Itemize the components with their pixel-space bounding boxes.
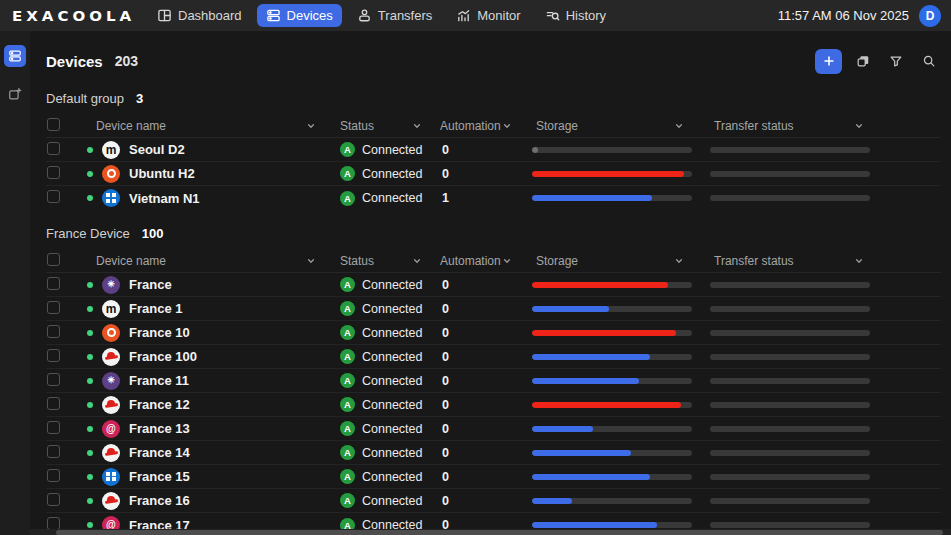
sidebar-item-add-device[interactable] — [4, 83, 26, 105]
chevron-down-icon[interactable] — [306, 121, 316, 131]
select-all-checkbox[interactable] — [47, 253, 60, 266]
storage-bar-fill — [532, 330, 676, 336]
filter-button[interactable] — [884, 49, 908, 73]
column-header-transfer-status[interactable]: Transfer status — [710, 119, 880, 133]
row-checkbox[interactable] — [47, 445, 60, 458]
automation-count: 0 — [436, 494, 532, 508]
row-checkbox[interactable] — [47, 301, 60, 314]
transfer-bar — [710, 354, 870, 360]
row-checkbox[interactable] — [47, 166, 60, 179]
topbar-right: 11:57 AM 06 Nov 2025 D — [778, 5, 941, 27]
os-icon — [102, 468, 120, 486]
table-row[interactable]: Vietnam N1 A Connected 1 — [46, 186, 941, 210]
column-header-transfer-status[interactable]: Transfer status — [710, 254, 880, 268]
table-row[interactable]: France 14 A Connected 0 — [46, 441, 941, 465]
copy-button[interactable] — [851, 49, 875, 73]
os-icon — [102, 444, 120, 462]
chevron-down-icon[interactable] — [502, 256, 512, 266]
storage-bar-fill — [532, 282, 668, 288]
plus-icon — [822, 54, 836, 68]
horizontal-scrollbar-thumb[interactable] — [56, 530, 943, 535]
table-row[interactable]: France 10 A Connected 0 — [46, 321, 941, 345]
nav-item-monitor[interactable]: Monitor — [447, 4, 529, 27]
chevron-down-icon[interactable] — [306, 256, 316, 266]
status-text: Connected — [362, 446, 422, 460]
table-row[interactable]: Ubuntu H2 A Connected 0 — [46, 162, 941, 186]
nav-item-label: Transfers — [378, 8, 432, 23]
horizontal-scrollbar-track — [30, 529, 951, 535]
automation-count: 0 — [436, 278, 532, 292]
table-row[interactable]: m Seoul D2 A Connected 0 — [46, 138, 941, 162]
table-header: Device nameStatusAutomationStorageTransf… — [46, 249, 941, 273]
row-checkbox[interactable] — [47, 325, 60, 338]
column-header-storage[interactable]: Storage — [532, 254, 710, 268]
table-row[interactable]: France 100 A Connected 0 — [46, 345, 941, 369]
row-checkbox[interactable] — [47, 277, 60, 290]
status-text: Connected — [362, 398, 422, 412]
storage-bar-fill — [532, 498, 572, 504]
row-checkbox[interactable] — [47, 373, 60, 386]
agent-status-badge: A — [340, 397, 355, 412]
chevron-down-icon[interactable] — [674, 256, 684, 266]
status-text: Connected — [362, 470, 422, 484]
column-header-status[interactable]: Status — [336, 254, 436, 268]
device-name: France 15 — [129, 469, 190, 484]
agent-status-badge: A — [340, 301, 355, 316]
chevron-down-icon[interactable] — [412, 256, 422, 266]
agent-status-badge: A — [340, 325, 355, 340]
column-header-automation[interactable]: Automation — [436, 119, 532, 133]
table-body: m Seoul D2 A Connected 0 Ubuntu H2 A Con… — [46, 138, 941, 210]
agent-status-badge: A — [340, 373, 355, 388]
select-all-checkbox[interactable] — [47, 118, 60, 131]
column-header-device-name[interactable]: Device name — [76, 254, 336, 268]
history-icon — [545, 8, 560, 23]
storage-bar-fill — [532, 354, 650, 360]
user-avatar[interactable]: D — [919, 5, 941, 27]
online-status-dot — [87, 354, 93, 360]
chevron-down-icon[interactable] — [854, 256, 864, 266]
transfer-bar — [710, 306, 870, 312]
devices-icon — [266, 8, 281, 23]
device-name: France 12 — [129, 397, 190, 412]
automation-count: 1 — [436, 191, 532, 205]
os-icon — [102, 189, 120, 207]
os-icon — [102, 348, 120, 366]
table-row[interactable]: France 15 A Connected 0 — [46, 465, 941, 489]
chevron-down-icon[interactable] — [674, 121, 684, 131]
column-header-automation[interactable]: Automation — [436, 254, 532, 268]
os-icon — [102, 492, 120, 510]
online-status-dot — [87, 450, 93, 456]
sidebar-item-devices[interactable] — [4, 45, 26, 67]
filter-icon — [889, 54, 903, 68]
row-checkbox[interactable] — [47, 142, 60, 155]
table-row[interactable]: France 16 A Connected 0 — [46, 489, 941, 513]
table-row[interactable]: m France 1 A Connected 0 — [46, 297, 941, 321]
table-row[interactable]: @ France 13 A Connected 0 — [46, 417, 941, 441]
chevron-down-icon[interactable] — [412, 121, 422, 131]
nav-item-history[interactable]: History — [536, 4, 615, 27]
row-checkbox[interactable] — [47, 493, 60, 506]
row-checkbox[interactable] — [47, 349, 60, 362]
row-checkbox[interactable] — [47, 469, 60, 482]
row-checkbox[interactable] — [47, 190, 60, 203]
chevron-down-icon[interactable] — [854, 121, 864, 131]
status-text: Connected — [362, 167, 422, 181]
column-header-storage[interactable]: Storage — [532, 119, 710, 133]
nav-item-label: Dashboard — [178, 8, 242, 23]
table-row[interactable]: France 12 A Connected 0 — [46, 393, 941, 417]
add-button[interactable] — [815, 49, 842, 74]
row-checkbox[interactable] — [47, 421, 60, 434]
table-row[interactable]: ✳ France 11 A Connected 0 — [46, 369, 941, 393]
chevron-down-icon[interactable] — [502, 121, 512, 131]
nav-item-transfers[interactable]: Transfers — [348, 4, 441, 27]
nav-item-devices[interactable]: Devices — [257, 4, 342, 27]
column-header-device-name[interactable]: Device name — [76, 119, 336, 133]
online-status-dot — [87, 171, 93, 177]
main-nav: Dashboard Devices Transfers Monitor Hist… — [148, 4, 615, 27]
row-checkbox[interactable] — [47, 397, 60, 410]
nav-item-dashboard[interactable]: Dashboard — [148, 4, 251, 27]
dashboard-icon — [157, 8, 172, 23]
search-button[interactable] — [917, 49, 941, 73]
column-header-status[interactable]: Status — [336, 119, 436, 133]
table-row[interactable]: ✳ France A Connected 0 — [46, 273, 941, 297]
